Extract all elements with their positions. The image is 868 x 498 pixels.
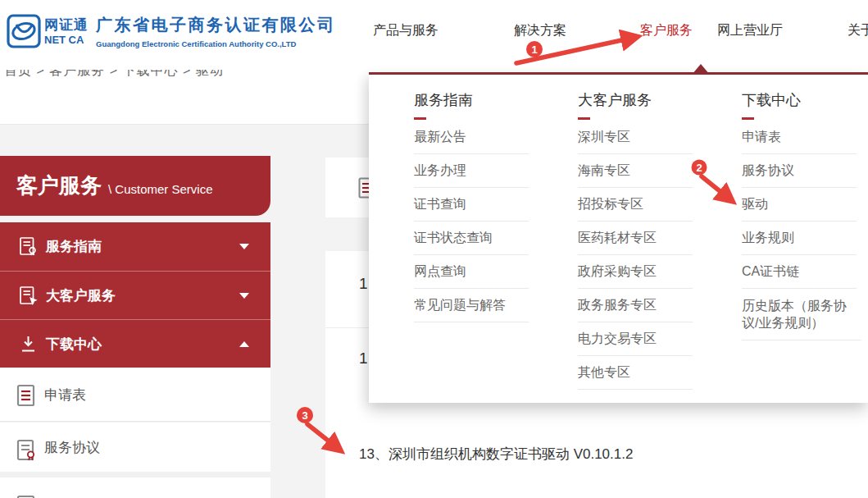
sidebar-item-label: 服务指南 xyxy=(46,237,102,256)
logo-text: 网证通 NET CA xyxy=(44,18,89,45)
mega-item-ca-cert-chain[interactable]: CA证书链 xyxy=(742,255,857,289)
mega-item-gov-service-zone[interactable]: 政务服务专区 xyxy=(578,289,693,322)
mega-item-latest-announcements[interactable]: 最新公告 xyxy=(414,121,529,154)
sidebar-menu: 服务指南 大客户服务 下载中心 xyxy=(0,222,270,368)
mega-column-title[interactable]: 服务指南 xyxy=(414,90,473,110)
mega-item-faq[interactable]: 常见问题与解答 xyxy=(414,289,529,322)
sidebar-subitem-application-form[interactable]: 申请表 xyxy=(0,368,270,422)
company-name-cn: 广东省电子商务认证有限公司 xyxy=(96,14,336,36)
sidebar-subitem-partial[interactable] xyxy=(0,477,270,498)
mega-item-application-form[interactable]: 申请表 xyxy=(742,121,857,154)
title-underline xyxy=(414,117,426,120)
sidebar-title: 客户服务 \ Customer Service xyxy=(0,156,270,216)
nav-about[interactable]: 关于 xyxy=(848,22,868,39)
site-logo[interactable]: 网证通 NET CA 广东省电子商务认证有限公司 Guangdong Elect… xyxy=(7,14,336,48)
page: 首页 > 客户服务 > 下载中心 > 驱动 1 1 13、深圳市组织机构数字证书… xyxy=(0,0,868,498)
download-list-row-partial[interactable]: 1 xyxy=(359,350,368,368)
sidebar-subitem-label: 申请表 xyxy=(44,385,86,404)
sidebar-item-service-guide[interactable]: 服务指南 xyxy=(0,222,270,271)
mega-column-title[interactable]: 下载中心 xyxy=(742,90,801,110)
netca-logo-icon xyxy=(7,14,41,48)
form-doc-icon xyxy=(16,384,37,407)
sidebar-item-download-center[interactable]: 下载中心 xyxy=(0,319,270,368)
mega-item-hainan-zone[interactable]: 海南专区 xyxy=(578,154,693,188)
agreement-doc-icon xyxy=(16,439,37,462)
mega-item-driver[interactable]: 驱动 xyxy=(742,188,857,222)
company-name-en: Guangdong Electronic Certification Autho… xyxy=(96,39,336,48)
sidebar-item-label: 下载中心 xyxy=(46,335,102,354)
nav-online-hall[interactable]: 网上营业厅 xyxy=(717,22,783,39)
mega-menu-caret xyxy=(692,64,710,75)
sidebar-subitem-label: 服务协议 xyxy=(44,438,100,457)
mega-column-title[interactable]: 大客户服务 xyxy=(578,90,652,110)
mega-menu: 服务指南 最新公告 业务办理 证书查询 证书状态查询 网点查询 常见问题与解答 … xyxy=(369,72,868,403)
chevron-down-icon xyxy=(239,244,249,249)
mega-item-power-trading-zone[interactable]: 电力交易专区 xyxy=(578,322,693,356)
nav-products-services[interactable]: 产品与服务 xyxy=(373,22,439,39)
site-header: 网证通 NET CA 广东省电子商务认证有限公司 Guangdong Elect… xyxy=(0,0,868,70)
nav-customer-service[interactable]: 客户服务 xyxy=(640,22,693,39)
download-item-13[interactable]: 13、深圳市组织机构数字证书驱动 V0.10.1.2 xyxy=(359,445,633,464)
sidebar-item-key-account[interactable]: 大客户服务 xyxy=(0,271,270,319)
mega-item-shenzhen-zone[interactable]: 深圳专区 xyxy=(578,121,693,154)
sidebar-title-en: \ Customer Service xyxy=(108,182,213,196)
download-list-row-partial[interactable]: 1 xyxy=(359,275,368,293)
chevron-down-icon xyxy=(239,293,249,299)
sidebar-subitem-service-agreement[interactable]: 服务协议 xyxy=(0,423,270,472)
certificate-doc-icon xyxy=(18,236,39,257)
title-underline xyxy=(578,117,590,120)
logo-en: NET CA xyxy=(44,34,89,45)
sidebar-subitem-gap xyxy=(0,472,270,477)
title-underline xyxy=(742,117,754,120)
mega-item-certificate-query[interactable]: 证书查询 xyxy=(414,188,529,222)
company-name: 广东省电子商务认证有限公司 Guangdong Electronic Certi… xyxy=(96,14,336,48)
mega-item-bidding-zone[interactable]: 招投标专区 xyxy=(578,188,693,222)
mega-item-medical-zone[interactable]: 医药耗材专区 xyxy=(578,222,693,255)
download-icon xyxy=(18,334,39,354)
sidebar-item-label: 大客户服务 xyxy=(46,286,116,305)
mega-item-history-versions[interactable]: 历史版本（服务协议/业务规则） xyxy=(742,289,861,340)
mega-item-other-zone[interactable]: 其他专区 xyxy=(578,356,693,390)
mega-item-business-rules[interactable]: 业务规则 xyxy=(742,222,857,255)
mega-item-branch-query[interactable]: 网点查询 xyxy=(414,255,529,289)
logo-cn: 网证通 xyxy=(44,18,89,32)
sidebar-title-cn: 客户服务 xyxy=(16,171,102,200)
vip-doc-icon xyxy=(18,286,39,306)
mega-item-gov-procurement-zone[interactable]: 政府采购专区 xyxy=(578,255,693,289)
doc-icon xyxy=(16,495,37,498)
nav-solutions[interactable]: 解决方案 xyxy=(514,22,566,39)
mega-item-certificate-status-query[interactable]: 证书状态查询 xyxy=(414,222,529,255)
chevron-up-icon xyxy=(239,341,249,347)
mega-item-service-agreement[interactable]: 服务协议 xyxy=(742,154,857,188)
mega-item-business-handling[interactable]: 业务办理 xyxy=(414,154,529,188)
